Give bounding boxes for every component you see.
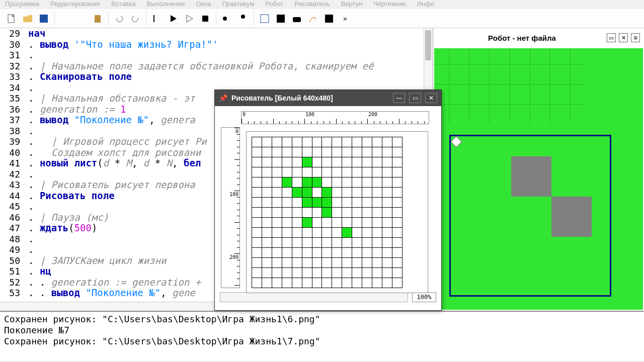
turtle-button[interactable] [321,11,337,26]
grid-cell[interactable] [372,208,382,218]
grid-cell[interactable] [252,167,262,177]
grid-cell[interactable] [352,268,362,278]
menu-item[interactable]: Окна [196,0,211,8]
grid-cell[interactable] [312,167,322,177]
grid-cell[interactable] [282,157,292,167]
grid-cell[interactable] [282,238,292,248]
grid-cell[interactable] [272,228,282,238]
grid-cell[interactable] [272,278,282,288]
grid-cell[interactable] [282,218,292,228]
grid-cell[interactable] [272,137,282,147]
grid-cell[interactable] [362,208,372,218]
grid-cell[interactable] [292,188,302,198]
grid-cell[interactable] [392,167,402,177]
grid-cell[interactable] [272,268,282,278]
grid-cell[interactable] [302,167,312,177]
stop-button[interactable] [198,11,213,26]
grid-cell[interactable] [322,258,332,268]
grid-cell[interactable] [252,147,262,157]
grid-cell[interactable] [292,137,302,147]
grid-cell[interactable] [362,228,372,238]
grid-cell[interactable] [322,167,332,177]
drawer-window[interactable]: 📌 Рисователь [Белый 640x480] — ▭ ✕ 01002… [214,89,442,311]
grid-cell[interactable] [282,147,292,157]
grid-cell[interactable] [352,137,362,147]
menu-item[interactable]: Инфо [417,0,434,8]
actors1-button[interactable] [219,11,234,26]
grid-cell[interactable] [312,198,322,208]
grid-cell[interactable] [282,228,292,238]
grid-cell[interactable] [262,238,272,248]
grid-cell[interactable] [352,198,362,208]
grid-cell[interactable] [272,218,282,228]
grid-cell[interactable] [302,188,312,198]
grid-cell[interactable] [262,167,272,177]
grid-cell[interactable] [272,248,282,258]
grid-cell[interactable] [272,167,282,177]
grid-cell[interactable] [312,177,322,188]
grid-cell[interactable] [302,177,312,188]
copy-button[interactable] [74,11,89,26]
grid-cell[interactable] [382,198,392,208]
win-button[interactable]: 10 [257,11,272,26]
minimize-icon[interactable]: — [393,93,405,103]
grid-cell[interactable] [322,228,332,238]
grid-cell[interactable] [342,137,352,147]
grid-cell[interactable] [352,248,362,258]
grid-cell[interactable] [392,238,402,248]
grid-cell[interactable] [372,278,382,288]
grid-cell[interactable] [312,278,322,288]
grid-cell[interactable] [282,167,292,177]
grid-cell[interactable] [392,147,402,157]
grid-cell[interactable] [272,208,282,218]
grid-cell[interactable] [252,238,262,248]
grid-cell[interactable] [322,188,332,198]
grid-cell[interactable] [312,208,322,218]
grid-cell[interactable] [312,218,322,228]
menu-item[interactable]: Выполнение [146,0,185,8]
grid-cell[interactable] [392,137,402,147]
robot-close-icon[interactable]: ✕ [619,33,628,42]
grid-cell[interactable] [302,157,312,167]
grid-cell[interactable] [282,208,292,218]
grid-cell[interactable] [342,218,352,228]
grid-cell[interactable] [282,248,292,258]
grid-cell[interactable] [292,208,302,218]
robot-canvas[interactable] [434,48,643,310]
grid-cell[interactable] [292,177,302,188]
grid-cell[interactable] [272,177,282,188]
grid-cell[interactable] [382,228,392,238]
grid-cell[interactable] [322,238,332,248]
grid-cell[interactable] [382,137,392,147]
grid-cell[interactable] [322,278,332,288]
grid-cell[interactable] [302,228,312,238]
grid-cell[interactable] [262,188,272,198]
grid-cell[interactable] [372,137,382,147]
grid-cell[interactable] [392,177,402,188]
grid-cell[interactable] [252,278,262,288]
grid-cell[interactable] [362,238,372,248]
grid-cell[interactable] [332,228,342,238]
grid-cell[interactable] [302,208,312,218]
drawer-titlebar[interactable]: 📌 Рисователь [Белый 640x480] — ▭ ✕ [215,90,441,106]
grid-cell[interactable] [272,157,282,167]
grid-cell[interactable] [382,248,392,258]
grid-cell[interactable] [382,238,392,248]
grid-cell[interactable] [372,147,382,157]
grid-cell[interactable] [382,147,392,157]
grid-cell[interactable] [372,238,382,248]
step-button[interactable] [182,11,197,26]
output-console[interactable]: Сохранен рисунок: "C:\Users\bas\Desktop\… [0,311,644,361]
redo-button[interactable] [128,11,143,26]
grid-cell[interactable] [352,157,362,167]
grid-cell[interactable] [372,228,382,238]
grid-cell[interactable] [302,268,312,278]
grid-cell[interactable] [392,248,402,258]
grid-cell[interactable] [302,137,312,147]
grid-cell[interactable] [342,208,352,218]
grid-cell[interactable] [362,147,372,157]
draw-button[interactable] [305,11,320,26]
grid-cell[interactable] [322,147,332,157]
grid-cell[interactable] [362,248,372,258]
grid-cell[interactable] [262,258,272,268]
